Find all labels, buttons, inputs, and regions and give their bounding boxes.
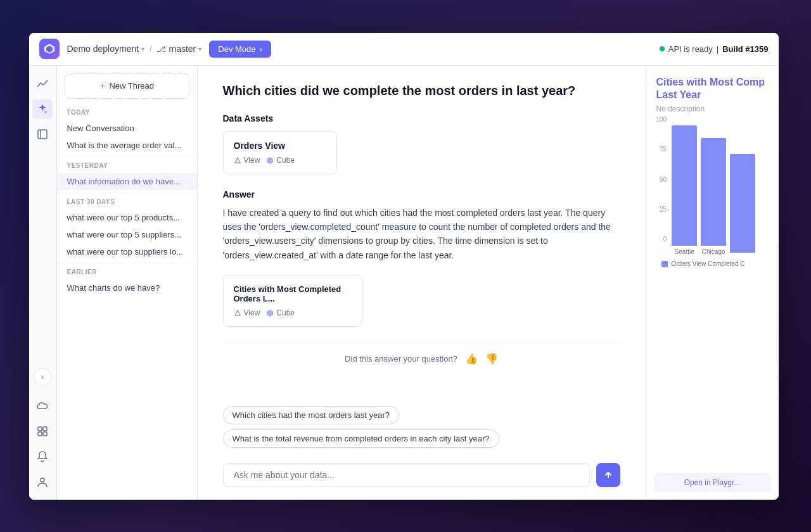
legend-label: Orders View Completed C xyxy=(672,260,745,267)
last30-section-label: LAST 30 DAYS xyxy=(57,196,197,209)
suggestion-chip-1[interactable]: Which cities had the most orders last ye… xyxy=(223,406,400,424)
open-playground-button[interactable]: Open in Playgr... xyxy=(654,473,771,492)
nav-book-icon[interactable] xyxy=(32,124,53,144)
right-panel: Cities with Most Comp Last Year No descr… xyxy=(646,66,779,500)
chart-container: 100 75 50 25 0 Seattle Chicago xyxy=(646,116,779,467)
breadcrumb: Demo deployment ▾ / ⎇ master ▾ xyxy=(67,44,202,54)
thread-what-information[interactable]: What information do we have... xyxy=(57,173,197,190)
y-axis: 100 75 50 25 0 xyxy=(654,116,670,243)
view-label: View xyxy=(244,156,260,165)
branch-icon: ⎇ xyxy=(156,44,166,54)
nav-bottom-section: › xyxy=(32,363,53,492)
panel-header: Cities with Most Comp Last Year No descr… xyxy=(646,66,779,117)
main-content: Which cities did we complete the most or… xyxy=(198,66,646,500)
asset-name: Orders View xyxy=(234,141,326,151)
new-thread-button[interactable]: + New Thread xyxy=(65,73,189,99)
bar-chicago-label: Chicago xyxy=(702,248,725,255)
deployment-selector[interactable]: Demo deployment ▾ xyxy=(67,44,145,54)
svg-marker-12 xyxy=(267,310,273,317)
collapse-sidebar-button[interactable]: › xyxy=(34,368,51,386)
chat-input-area xyxy=(198,455,646,500)
chat-input[interactable] xyxy=(223,463,590,487)
thread-top5-products[interactable]: what were our top 5 products... xyxy=(57,209,197,226)
chevron-down-icon: ▾ xyxy=(141,46,144,53)
nav-cloud-icon[interactable] xyxy=(32,396,53,416)
svg-rect-2 xyxy=(38,130,47,139)
chart-view-tag: View xyxy=(234,308,260,317)
chart-view-label: View xyxy=(244,308,260,317)
divider: | xyxy=(717,44,718,54)
view-tag: View xyxy=(234,156,260,165)
thread-top5-suppliers[interactable]: what were our top 5 suppliers... xyxy=(57,226,197,243)
cities-chart-card[interactable]: Cities with Most Completed Orders L... V… xyxy=(223,275,362,327)
bar-third-fill xyxy=(730,154,755,253)
asset-tags: View Cube xyxy=(234,156,326,165)
data-assets-label: Data Assets xyxy=(223,113,620,124)
sidebar: + New Thread TODAY New Conversation What… xyxy=(57,66,198,500)
logo xyxy=(39,39,60,59)
answer-text: I have created a query to find out which… xyxy=(223,206,620,263)
nav-bell-icon[interactable] xyxy=(32,446,53,467)
build-number: Build #1359 xyxy=(722,44,768,54)
bar-third xyxy=(730,154,755,255)
orders-view-card[interactable]: Orders View View Cube xyxy=(223,131,337,174)
svg-rect-7 xyxy=(43,432,47,436)
body: › xyxy=(29,66,779,500)
earlier-section-label: EARLIER xyxy=(57,266,197,279)
feedback-bar: Did this answer your question? 👍 👎 xyxy=(223,342,620,370)
yesterday-section-label: YESTERDAY xyxy=(57,160,197,173)
svg-marker-10 xyxy=(267,157,273,164)
nav-user-icon[interactable] xyxy=(32,472,53,492)
thread-average-order[interactable]: What is the average order val... xyxy=(57,137,197,154)
thumbs-down-button[interactable]: 👎 xyxy=(485,353,498,365)
bar-seattle-label: Seattle xyxy=(675,248,694,255)
chart-card-title: Cities with Most Completed Orders L... xyxy=(234,284,352,303)
app-window: Demo deployment ▾ / ⎇ master ▾ Dev Mode … xyxy=(29,33,779,500)
thumbs-up-button[interactable]: 👍 xyxy=(465,353,478,365)
dev-mode-label: Dev Mode xyxy=(218,44,255,54)
api-ready-indicator xyxy=(660,46,665,51)
plus-icon: + xyxy=(99,80,105,92)
dev-mode-button[interactable]: Dev Mode › xyxy=(209,41,271,58)
svg-rect-6 xyxy=(38,432,42,436)
svg-marker-9 xyxy=(235,158,240,163)
send-icon xyxy=(603,470,613,480)
chevron-down-icon-2: ▾ xyxy=(198,46,201,53)
bar-chicago: Chicago xyxy=(701,138,726,255)
thread-what-charts[interactable]: What charts do we have? xyxy=(57,279,197,296)
feedback-question: Did this answer your question? xyxy=(345,354,457,364)
nav-grid-icon[interactable] xyxy=(32,421,53,441)
nav-chart-icon[interactable] xyxy=(32,73,53,94)
answer-label: Answer xyxy=(223,189,620,200)
header-status: API is ready | Build #1359 xyxy=(660,44,769,54)
thread-new-conversation[interactable]: New Conversation xyxy=(57,120,197,137)
branch-label: master xyxy=(169,44,196,54)
nav-ai-icon[interactable] xyxy=(32,99,53,119)
new-thread-label: New Thread xyxy=(109,81,154,91)
deployment-label: Demo deployment xyxy=(67,44,139,54)
question-text: Which cities did we complete the most or… xyxy=(223,84,620,98)
panel-description: No description xyxy=(656,104,769,113)
bar-chart: Seattle Chicago xyxy=(669,116,758,255)
suggestion-chip-2[interactable]: What is the total revenue from completed… xyxy=(223,429,499,448)
cube-icon xyxy=(266,156,274,164)
chart-cube-tag: Cube xyxy=(266,308,295,317)
header: Demo deployment ▾ / ⎇ master ▾ Dev Mode … xyxy=(29,33,779,66)
left-nav: › xyxy=(29,66,57,500)
panel-title: Cities with Most Comp Last Year xyxy=(656,76,769,103)
view-icon xyxy=(234,156,241,164)
thread-top-suppliers-lo[interactable]: what were our top suppliers lo... xyxy=(57,243,197,260)
panel-title-line1: Cities with Most Comp xyxy=(656,77,765,87)
today-section-label: TODAY xyxy=(57,106,197,120)
svg-rect-4 xyxy=(38,427,42,431)
branch-selector[interactable]: ⎇ master ▾ xyxy=(156,44,201,54)
chart-view-icon xyxy=(234,309,241,317)
chat-area: Which cities did we complete the most or… xyxy=(198,66,646,398)
chart-cube-icon xyxy=(266,309,274,317)
bar-seattle: Seattle xyxy=(672,125,697,255)
send-button[interactable] xyxy=(596,463,620,487)
cube-label: Cube xyxy=(276,156,295,165)
chart-legend: Orders View Completed C xyxy=(651,255,774,272)
api-status-text: API is ready xyxy=(668,44,713,54)
chart-card-tags: View Cube xyxy=(234,308,352,317)
